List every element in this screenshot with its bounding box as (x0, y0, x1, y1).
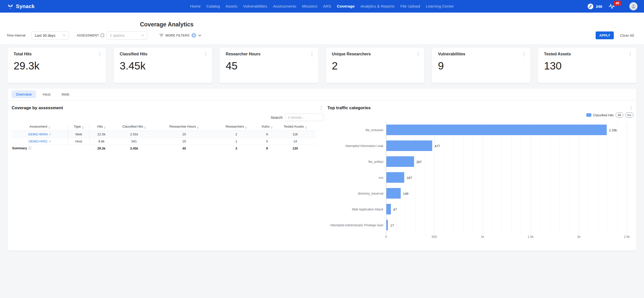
cell-classified-hits: 541 (113, 138, 155, 145)
synack-logo[interactable]: Synack (7, 3, 35, 10)
tab-host[interactable]: Host (39, 90, 55, 98)
nav-item-analytics-reports[interactable]: Analytics & Reports (360, 4, 394, 9)
category-label: file_inclusion (320, 122, 383, 138)
sort-icon (82, 126, 84, 129)
chart-menu-kebab-icon[interactable]: ⋮ (629, 105, 633, 110)
nav-item-assessments[interactable]: Assessments (273, 4, 296, 9)
stat-card-title: Unique Researchers (332, 52, 371, 56)
nav-item-learning-center[interactable]: Learning Center (426, 4, 454, 9)
stat-card-value: 45 (226, 60, 314, 72)
assessment-select[interactable]: 2 options (107, 31, 147, 40)
external-link-icon: ↗ (49, 133, 51, 136)
bar-value-label: 187 (406, 176, 412, 179)
page-title: Coverage Analytics (140, 21, 194, 28)
x-tick-label: 0 (385, 235, 387, 239)
column-header-hits[interactable]: Hits (89, 123, 113, 131)
legend-inv-button[interactable]: Inv (625, 113, 633, 118)
filter-bar: Time Interval Last 30 days ASSESSMENT 2 … (7, 31, 634, 40)
assessment-link[interactable]: DEMO-H002↗ (29, 139, 51, 143)
tabs-row: OverviewHostWeb (8, 89, 636, 100)
stat-card-menu-kebab-icon[interactable]: ⋮ (628, 52, 632, 56)
bar-value-label: 17 (390, 223, 394, 227)
token-balance[interactable]: 246 (587, 3, 602, 10)
summary-classified-hits: 3.45k (113, 145, 155, 152)
nav-item-missions[interactable]: Missions (302, 4, 317, 9)
column-header-researcher-hours[interactable]: Researcher Hours (155, 123, 213, 131)
filter-icon (159, 34, 163, 37)
nav-item-file-upload[interactable]: File Upload (400, 4, 420, 9)
column-header-type[interactable]: Type (68, 123, 89, 131)
nav-item-coverage[interactable]: Coverage (337, 4, 355, 9)
cell-vulns: 0 (259, 138, 275, 145)
chart-row: directory_traversal149 (386, 185, 627, 201)
stat-card-value: 2 (332, 60, 420, 72)
x-tick-label: 500 (432, 235, 437, 239)
time-interval-value: Last 30 days (35, 33, 55, 38)
stat-card-menu-kebab-icon[interactable]: ⋮ (97, 52, 102, 56)
more-filters-button[interactable]: MORE FILTERS 0 (159, 33, 201, 38)
cell-hits: 6.8k (89, 138, 113, 145)
info-icon[interactable]: ⓘ (28, 146, 31, 150)
chart-x-axis: 05001k1.5k2k2.5k (386, 235, 627, 241)
cell-tested-assets: 116 (275, 131, 316, 138)
nav-right: 246 40 (587, 2, 637, 10)
category-label: Web Application Attack (320, 201, 383, 217)
cell-researchers: 1 (213, 138, 259, 145)
column-header-classified-hits[interactable]: Classified Hits (113, 123, 155, 131)
nav-item-vulnerabilities[interactable]: Vulnerabilities (243, 4, 267, 9)
summary-researchers: 3 (213, 145, 259, 152)
nav-item-ars[interactable]: ARS (323, 4, 331, 9)
column-header-researchers[interactable]: Researchers (213, 123, 259, 131)
stat-card-value: 29.3k (14, 60, 102, 72)
bar (386, 156, 414, 167)
time-interval-select[interactable]: Last 30 days (31, 31, 69, 40)
sort-icon (245, 126, 247, 129)
chart-section-title: Top traffic categories (327, 105, 371, 110)
nav-item-home[interactable]: Home (190, 4, 200, 9)
activity-notifications[interactable]: 40 (609, 3, 623, 10)
stat-card-vulnerabilities: Vulnerabilities⋮9 (432, 48, 530, 83)
nav-item-catalog[interactable]: Catalog (206, 4, 220, 9)
table-header-row: AssessmentTypeHitsClassified HitsResearc… (12, 123, 316, 131)
coverage-menu-kebab-icon[interactable]: ⋮ (319, 105, 323, 110)
summary-hits: 29.3k (89, 145, 113, 152)
column-header-assessment[interactable]: Assessment (12, 123, 68, 131)
cell-vulns: 9 (259, 131, 275, 138)
stat-card-menu-kebab-icon[interactable]: ⋮ (310, 52, 314, 56)
cell-classified-hits: 2.91k (113, 131, 155, 138)
assessment-checkbox[interactable] (101, 34, 104, 37)
cell-hits: 22.5k (89, 131, 113, 138)
tab-overview[interactable]: Overview (12, 90, 36, 98)
synack-bird-icon (7, 3, 14, 10)
coverage-table: AssessmentTypeHitsClassified HitsResearc… (12, 123, 316, 152)
tab-web[interactable]: Web (57, 90, 74, 98)
nav-item-assets[interactable]: Assets (226, 4, 238, 9)
stat-card-menu-kebab-icon[interactable]: ⋮ (522, 52, 526, 56)
x-tick-label: 1.5k (528, 235, 534, 239)
legend-all-button[interactable]: All (616, 113, 623, 118)
legend-swatch (586, 113, 591, 117)
bar-value-label: 287 (416, 160, 422, 164)
bar-value-label: 47 (393, 207, 397, 211)
nav-menu: HomeCatalogAssetsVulnerabilitiesAssessme… (190, 4, 454, 9)
stat-card-value: 3.45k (120, 60, 208, 72)
apply-button[interactable]: APPLY (596, 31, 614, 39)
alert-count-badge: 40 (614, 1, 621, 6)
clear-all-button[interactable]: Clear All (620, 33, 634, 38)
column-header-vulns[interactable]: Vulns (259, 123, 275, 131)
more-filters-label: MORE FILTERS (165, 33, 189, 37)
person-icon (631, 4, 636, 9)
stat-card-menu-kebab-icon[interactable]: ⋮ (416, 52, 420, 56)
stat-card-menu-kebab-icon[interactable]: ⋮ (204, 52, 208, 56)
coverage-section-title: Coverage by assessment (12, 105, 63, 110)
user-avatar[interactable] (629, 2, 637, 10)
search-input[interactable] (285, 114, 323, 121)
chart-row: Attempted Information Leak477 (386, 138, 627, 154)
search-label: Search (270, 115, 283, 120)
column-header-tested-assets[interactable]: Tested Assets (275, 123, 316, 131)
assessment-link[interactable]: DEMO-W004↗ (28, 132, 51, 136)
legend-classified-hits[interactable]: Classified Hits (586, 113, 614, 117)
chart-row: Attempted Administrator Privilege Gain17 (386, 217, 627, 233)
chart-row: Web Application Attack47 (386, 201, 627, 217)
x-tick-label: 2.5k (624, 235, 630, 239)
